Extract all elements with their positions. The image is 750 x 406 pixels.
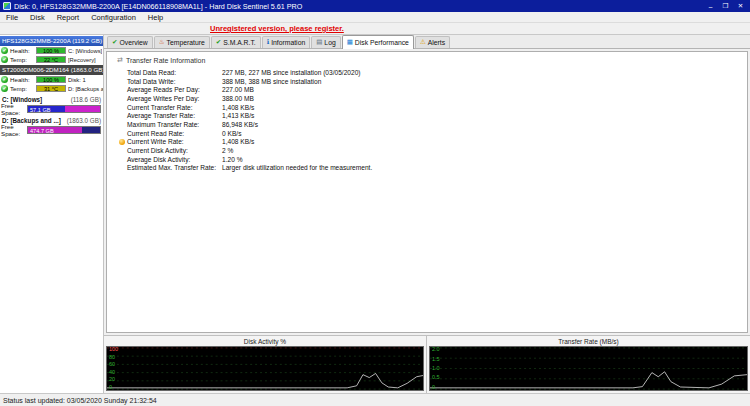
- metric-label: Temp:: [10, 85, 34, 92]
- chart-panel-transfer-rate-mb-s: Transfer Rate (MB/s)2.01.51.00.50: [427, 336, 750, 393]
- partition-entry: D: [Backups and ...](1863.0 GB)Free Spac…: [0, 116, 103, 135]
- y-tick-label: 0.5: [432, 375, 440, 381]
- status-bar: Status last updated: 03/05/2020 Sunday 2…: [0, 393, 750, 406]
- tab-s-m-a-r-t[interactable]: ✔S.M.A.R.T.: [211, 36, 261, 48]
- info-icon: ℹ: [267, 39, 269, 46]
- performance-label: Average Transfer Rate:: [127, 112, 222, 119]
- maximize-button[interactable]: ❐: [718, 1, 733, 12]
- free-space-bar: 57.1 GB: [27, 105, 101, 113]
- disk-metric-row: ✔Health:100 %Disk: 1: [0, 75, 103, 84]
- window-title: Disk: 0, HFS128G32MMB-2200A [E14DN066118…: [11, 2, 703, 11]
- free-space-value: 57.1 GB: [30, 107, 51, 113]
- tab-label: Temperature: [167, 39, 205, 46]
- performance-value: 1.20 %: [222, 156, 243, 163]
- metric-label: Temp:: [10, 56, 34, 63]
- performance-label: Total Data Write:: [127, 78, 222, 85]
- tab-disk-performance[interactable]: ▦Disk Performance: [342, 35, 414, 49]
- menu-item-help[interactable]: Help: [142, 13, 169, 22]
- disk-entry: ST2000DM006-2DM164 (1863.0 GB)✔Health:10…: [0, 65, 103, 93]
- menu-item-file[interactable]: File: [0, 13, 24, 22]
- performance-row: Current Read Rate:0 KB/s: [117, 129, 747, 138]
- performance-value: Larger disk utilization needed for the m…: [222, 164, 372, 171]
- title-bar: Disk: 0, HFS128G32MMB-2200A [E14DN066118…: [0, 0, 750, 12]
- tab-overview[interactable]: ✔Overview: [107, 36, 153, 48]
- tab-label: S.M.A.R.T.: [223, 39, 255, 46]
- performance-label: Maximum Transfer Rate:: [127, 121, 222, 128]
- performance-row: Average Disk Activity:1.20 %: [117, 155, 747, 164]
- performance-panel: ⇄ Transfer Rate Information Total Data R…: [106, 51, 748, 333]
- performance-row: Current Transfer Rate:1,408 KB/s: [117, 103, 747, 112]
- performance-row: Current Write Rate:1,408 KB/s: [117, 138, 747, 147]
- performance-label: Current Transfer Rate:: [127, 104, 222, 111]
- disk-metric-row: ✔Temp:22 °C[Recovery]: [0, 55, 103, 64]
- menu-item-disk[interactable]: Disk: [24, 13, 51, 22]
- free-space-label: Free Space:: [1, 102, 25, 116]
- y-tick-label: 0: [109, 385, 112, 391]
- performance-row: Maximum Transfer Rate:86,948 KB/s: [117, 120, 747, 129]
- orange-dot-icon: [119, 139, 125, 145]
- charts-area: Disk Activity %100806040200Transfer Rate…: [104, 335, 750, 393]
- free-space-segment: [65, 106, 100, 112]
- section-title-row: ⇄ Transfer Rate Information: [117, 56, 747, 64]
- performance-label: Estimated Max. Transfer Rate:: [127, 164, 222, 171]
- performance-value: 1,408 KB/s: [222, 138, 254, 145]
- performance-value: 1,413 KB/s: [222, 112, 254, 119]
- metric-label: Health:: [10, 76, 34, 83]
- status-text: Status last updated: 03/05/2020 Sunday 2…: [3, 397, 157, 404]
- disk-metric-row: ✔Temp:31 °CD: [Backups a: [0, 84, 103, 93]
- tab-label: Overview: [119, 39, 147, 46]
- menu-item-report[interactable]: Report: [51, 13, 86, 22]
- free-space-value: 474.7 GB: [30, 128, 54, 134]
- metric-label: Health:: [10, 47, 34, 54]
- performance-value: 227.00 MB: [222, 86, 254, 93]
- register-link[interactable]: Unregistered version, please register.: [210, 24, 344, 33]
- disk-header[interactable]: ST2000DM006-2DM164 (1863.0 GB): [0, 65, 103, 75]
- tab-alerts[interactable]: ⚠Alerts: [415, 36, 450, 48]
- y-tick-label: 40: [109, 369, 115, 375]
- menu-item-configuration[interactable]: Configuration: [85, 13, 142, 22]
- performance-value: 388 MB, 388 MB since installation: [222, 78, 321, 85]
- smart-check-icon: ✔: [216, 39, 221, 46]
- performance-value: 2 %: [222, 147, 233, 154]
- tab-information[interactable]: ℹInformation: [262, 36, 311, 48]
- performance-label: Average Reads Per Day:: [127, 86, 222, 93]
- performance-value: 0 KB/s: [222, 130, 241, 137]
- y-tick-label: 80: [109, 354, 115, 360]
- performance-value: 1,408 KB/s: [222, 104, 254, 111]
- disk-list: HFS128G32MMB-2200A (119.2 GB)✔Health:100…: [0, 36, 103, 93]
- metric-extra: D: [Backups a: [68, 86, 103, 92]
- y-tick-label: 100: [109, 347, 118, 353]
- tab-log[interactable]: ▤Log: [311, 36, 341, 48]
- close-button[interactable]: ✕: [733, 1, 748, 12]
- thermometer-icon: ♨: [159, 39, 165, 46]
- y-tick-label: 1.0: [432, 366, 440, 372]
- app-icon: [3, 2, 11, 10]
- y-tick-label: 60: [109, 362, 115, 368]
- metric-extra: [Recovery]: [68, 57, 96, 63]
- minimize-button[interactable]: –: [703, 1, 718, 12]
- chart-panel-disk-activity: Disk Activity %100806040200: [104, 336, 427, 393]
- metric-bar: 31 °C: [36, 85, 66, 92]
- partition-entry: C: [Windows](118.6 GB)Free Space:57.1 GB: [0, 95, 103, 114]
- metric-extra: Disk: 1: [68, 77, 86, 83]
- performance-row: Average Writes Per Day:388.00 MB: [117, 94, 747, 103]
- log-icon: ▤: [316, 39, 322, 46]
- status-led-icon: ✔: [1, 76, 8, 83]
- performance-chart-icon: ▦: [347, 39, 353, 46]
- disk-entry: HFS128G32MMB-2200A (119.2 GB)✔Health:100…: [0, 36, 103, 64]
- notice-bar: Unregistered version, please register.: [0, 23, 750, 35]
- main-content: HFS128G32MMB-2200A (119.2 GB)✔Health:100…: [0, 35, 750, 393]
- y-tick-label: 20: [109, 377, 115, 383]
- metric-bar: 100 %: [36, 47, 66, 54]
- performance-row: Average Reads Per Day:227.00 MB: [117, 85, 747, 94]
- metric-bar: 22 °C: [36, 56, 66, 63]
- free-space-segment: [82, 127, 100, 133]
- chart-title: Disk Activity %: [106, 337, 424, 346]
- partition-size: (1863.0 GB): [67, 117, 101, 124]
- status-led-icon: ✔: [1, 56, 8, 63]
- right-column: ✔Overview♨Temperature✔S.M.A.R.T.ℹInforma…: [104, 35, 750, 393]
- metric-bar: 100 %: [36, 76, 66, 83]
- free-space-bar: 474.7 GB: [27, 126, 101, 134]
- tab-temperature[interactable]: ♨Temperature: [154, 36, 210, 48]
- disk-header[interactable]: HFS128G32MMB-2200A (119.2 GB): [0, 36, 103, 46]
